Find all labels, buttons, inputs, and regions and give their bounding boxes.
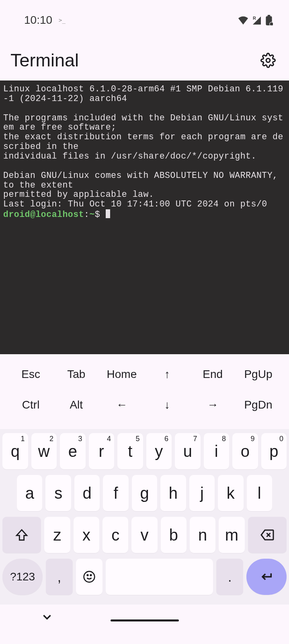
- extra-key-[interactable]: →: [190, 398, 236, 411]
- extra-key-ctrl[interactable]: Ctrl: [8, 398, 53, 411]
- battery-icon: [265, 15, 273, 25]
- enter-icon: [260, 570, 273, 584]
- key-w[interactable]: w2: [31, 433, 57, 469]
- app-header: Terminal: [0, 40, 289, 80]
- page-title: Terminal: [10, 50, 79, 71]
- extra-key-[interactable]: ↓: [145, 398, 190, 411]
- extra-key-[interactable]: ←: [99, 398, 144, 411]
- prompt-path: ~: [89, 210, 94, 219]
- extra-key-end[interactable]: End: [190, 368, 236, 381]
- key-a[interactable]: a: [17, 475, 42, 511]
- key-m[interactable]: m: [219, 517, 244, 553]
- key-t[interactable]: t5: [117, 433, 143, 469]
- key-i[interactable]: i8: [204, 433, 230, 469]
- keyboard: q1w2e3r4t5y6u7i8o9p0 asdfghjkl zxcvbnm ?…: [0, 429, 289, 605]
- key-v[interactable]: v: [131, 517, 157, 553]
- motd-text: Linux localhost 6.1.0-28-arm64 #1 SMP De…: [3, 84, 283, 209]
- svg-rect-2: [268, 15, 271, 17]
- key-s[interactable]: s: [45, 475, 71, 511]
- emoji-key[interactable]: [76, 559, 103, 595]
- cursor-icon: [106, 209, 110, 218]
- comma-key[interactable]: ,: [46, 559, 73, 595]
- key-e[interactable]: e3: [60, 433, 86, 469]
- gear-icon: [260, 53, 276, 68]
- svg-point-10: [90, 575, 92, 576]
- key-g[interactable]: g: [132, 475, 157, 511]
- svg-text:R: R: [253, 16, 256, 21]
- prompt-user: droid: [3, 210, 30, 219]
- key-y[interactable]: y6: [146, 433, 172, 469]
- emoji-icon: [83, 570, 96, 583]
- key-d[interactable]: d: [74, 475, 100, 511]
- key-h[interactable]: h: [160, 475, 186, 511]
- key-j[interactable]: j: [189, 475, 215, 511]
- key-c[interactable]: c: [102, 517, 128, 553]
- key-o[interactable]: o9: [232, 433, 258, 469]
- extra-key-pgup[interactable]: PgUp: [236, 368, 281, 381]
- key-q[interactable]: q1: [2, 433, 28, 469]
- signal-icon: R: [252, 16, 262, 25]
- extra-key-esc[interactable]: Esc: [8, 368, 53, 381]
- extra-keys-bar: EscTabHome↑EndPgUp CtrlAlt←↓→PgDn: [0, 354, 289, 429]
- key-k[interactable]: k: [218, 475, 243, 511]
- navigation-bar: [0, 605, 289, 629]
- keyboard-collapse-icon[interactable]: [40, 610, 54, 624]
- enter-key[interactable]: [246, 559, 287, 595]
- key-r[interactable]: r4: [89, 433, 115, 469]
- terminal-output[interactable]: Linux localhost 6.1.0-28-arm64 #1 SMP De…: [0, 80, 289, 354]
- key-u[interactable]: u7: [175, 433, 201, 469]
- space-key[interactable]: [106, 559, 213, 595]
- extra-key-pgdn[interactable]: PgDn: [236, 398, 281, 411]
- key-z[interactable]: z: [44, 517, 70, 553]
- key-n[interactable]: n: [190, 517, 215, 553]
- extra-key-alt[interactable]: Alt: [53, 398, 99, 411]
- backspace-key[interactable]: [248, 517, 287, 553]
- shift-key[interactable]: [2, 517, 41, 553]
- prompt-sigil: $: [95, 210, 100, 219]
- key-l[interactable]: l: [247, 475, 272, 511]
- settings-button[interactable]: [259, 52, 277, 69]
- svg-point-5: [266, 58, 270, 62]
- key-b[interactable]: b: [161, 517, 187, 553]
- status-bar: 10:10 >_ R: [0, 0, 289, 40]
- shift-icon: [15, 528, 29, 542]
- extra-key-[interactable]: ↑: [145, 368, 190, 381]
- numbers-key[interactable]: ?123: [2, 559, 43, 595]
- key-p[interactable]: p0: [261, 433, 287, 469]
- backspace-icon: [260, 528, 275, 542]
- extra-key-home[interactable]: Home: [99, 368, 144, 381]
- wifi-icon: [238, 16, 249, 25]
- clock: 10:10: [24, 14, 52, 27]
- key-x[interactable]: x: [74, 517, 99, 553]
- extra-key-tab[interactable]: Tab: [53, 368, 99, 381]
- svg-point-9: [87, 575, 88, 576]
- gesture-handle[interactable]: [111, 619, 179, 621]
- status-icons: R: [238, 15, 273, 25]
- key-f[interactable]: f: [103, 475, 128, 511]
- svg-point-8: [84, 572, 95, 582]
- terminal-notification-icon: >_: [59, 17, 66, 23]
- period-key[interactable]: .: [216, 559, 243, 595]
- prompt-host: localhost: [35, 210, 84, 219]
